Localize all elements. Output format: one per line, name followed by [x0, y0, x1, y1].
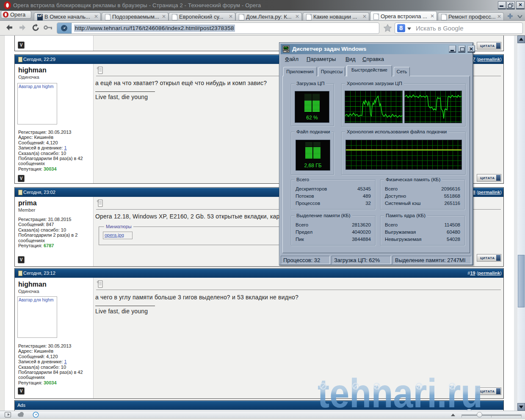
svg-text:tehnari.ru: tehnari.ru: [318, 370, 483, 414]
